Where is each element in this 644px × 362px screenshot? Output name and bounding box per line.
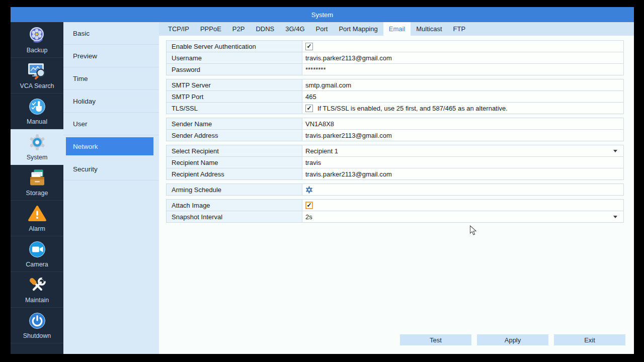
form-row-recipient-address: Recipient Address travis.parker2113@gmai… [166,168,624,180]
chevron-down-icon[interactable] [613,216,617,218]
smtp-server-field[interactable]: smtp.gmail.com [302,79,623,90]
backup-icon [28,26,47,46]
sidebar-item-alarm[interactable]: Alarm [11,201,63,236]
snapshot-interval-value: 2s [305,213,312,221]
field-label: Sender Address [167,130,302,141]
recipient-name-field[interactable]: travis [302,157,623,168]
tab-port[interactable]: Port [310,22,334,36]
test-button[interactable]: Test [400,334,471,345]
field-value [302,184,623,195]
username-field[interactable]: travis.parker2113@gmail.com [302,52,623,63]
chevron-down-icon[interactable] [613,150,617,152]
tab-port-mapping[interactable]: Port Mapping [333,22,383,36]
recipient-address-field[interactable]: travis.parker2113@gmail.com [302,168,623,179]
check-icon: ✓ [306,202,311,208]
email-settings-form: Enable Server Authentication ✓ Username … [166,41,624,223]
vca-search-icon [27,62,47,82]
tab-multicast[interactable]: Multicast [411,22,447,36]
sidebar-item-storage[interactable]: Storage [11,165,63,201]
tab-bar: TCP/IP PPPoE P2P DDNS 3G/4G Port Port Ma… [159,22,634,36]
smtp-port-field[interactable]: 465 [302,91,623,102]
field-value: ✓ [302,200,623,211]
exit-button[interactable]: Exit [554,334,625,345]
sidebar-item-label: VCA Search [20,82,54,89]
submenu-item-security[interactable]: Security [63,158,159,180]
sender-name-field[interactable]: VN1A8X8 [302,118,623,129]
submenu-item-basic[interactable]: Basic [63,22,159,45]
alarm-warning-icon [28,205,47,225]
sidebar-item-label: Camera [26,261,48,268]
field-label: Sender Name [167,118,302,129]
tls-ssl-checkbox[interactable]: ✓ [305,105,313,112]
field-label: SMTP Port [167,91,302,102]
sender-address-field[interactable]: travis.parker2113@gmail.com [302,130,623,141]
sidebar-item-label: Backup [27,47,48,54]
tab-ddns[interactable]: DDNS [250,22,280,36]
maintain-tools-icon [28,276,47,296]
arming-schedule-gear-button[interactable] [305,186,313,194]
sidebar-item-label: Storage [26,190,48,197]
field-label: Username [167,52,302,63]
form-row-sender-address: Sender Address travis.parker2113@gmail.c… [166,129,624,141]
recipient-select[interactable]: Recipient 1 [302,145,623,156]
field-label: TLS/SSL [167,103,302,114]
password-field[interactable]: ******** [302,64,623,75]
submenu-item-holiday[interactable]: Holiday [63,90,159,113]
tab-p2p[interactable]: P2P [227,22,251,36]
field-label: Arming Schedule [167,184,302,195]
tab-3g4g[interactable]: 3G/4G [280,22,310,36]
server-auth-checkbox[interactable]: ✓ [305,43,313,50]
submenu-item-user[interactable]: User [63,113,159,135]
sidebar-item-maintain[interactable]: Maintain [11,272,63,308]
form-row-smtp-port: SMTP Port 465 [166,90,624,103]
sidebar-item-manual[interactable]: Manual [11,94,63,129]
tab-ftp[interactable]: FTP [448,22,471,36]
window-title: System [311,11,333,19]
field-value: ✓ If TLS/SSL is enabled, use 25 first, a… [302,103,623,114]
form-row-recipient-name: Recipient Name travis [166,156,624,168]
sidebar-item-system[interactable]: System [11,129,63,165]
system-gear-icon [28,133,47,153]
tls-ssl-note: If TLS/SSL is enabled, use 25 first, and… [317,105,508,112]
shutdown-power-icon [28,312,47,332]
sidebar-item-label: System [27,154,48,161]
field-label: Enable Server Authentication [167,41,302,52]
field-label: Select Recipient [167,145,302,156]
form-row-select-recipient: Select Recipient Recipient 1 [166,145,624,157]
field-value: ✓ [302,41,623,52]
camera-icon [28,240,47,260]
attach-image-checkbox[interactable]: ✓ [305,202,313,209]
tab-pppoe[interactable]: PPPoE [195,22,227,36]
system-window: System Backup VCA Search Manual Sy [11,7,634,354]
action-buttons: Test Apply Exit [400,334,625,345]
field-label: Recipient Address [167,168,302,179]
sidebar-item-shutdown[interactable]: Shutdown [11,308,63,343]
submenu-item-time[interactable]: Time [63,67,159,90]
form-row-snapshot-interval: Snapshot Interval 2s [166,211,624,223]
form-row-sender-name: Sender Name VN1A8X8 [166,118,624,130]
form-row-enable-server-auth: Enable Server Authentication ✓ [166,40,624,52]
main-panel: TCP/IP PPPoE P2P DDNS 3G/4G Port Port Ma… [159,22,634,354]
sidebar-item-camera[interactable]: Camera [11,236,63,272]
storage-icon [28,169,47,189]
snapshot-interval-select[interactable]: 2s [302,211,623,222]
tab-tcpip[interactable]: TCP/IP [163,22,195,36]
sidebar-item-label: Alarm [29,225,45,232]
submenu-item-preview[interactable]: Preview [63,45,159,67]
field-label: Recipient Name [167,157,302,168]
form-row-tls-ssl: TLS/SSL ✓ If TLS/SSL is enabled, use 25 … [166,102,624,114]
tab-email[interactable]: Email [383,22,411,36]
check-icon: ✓ [306,43,311,49]
form-row-attach-image: Attach Image ✓ [166,199,624,211]
field-label: SMTP Server [167,79,302,90]
form-row-password: Password ******** [166,63,624,75]
manual-icon [28,98,47,118]
sidebar-item-backup[interactable]: Backup [11,22,63,58]
sidebar-item-label: Shutdown [23,332,51,339]
submenu-item-network[interactable]: Network [66,137,153,155]
form-row-username: Username travis.parker2113@gmail.com [166,52,624,64]
sidebar-item-vca-search[interactable]: VCA Search [11,58,63,94]
apply-button[interactable]: Apply [477,334,548,345]
sidebar-item-label: Maintain [25,297,49,304]
system-submenu: Basic Preview Time Holiday User Network … [63,22,159,354]
